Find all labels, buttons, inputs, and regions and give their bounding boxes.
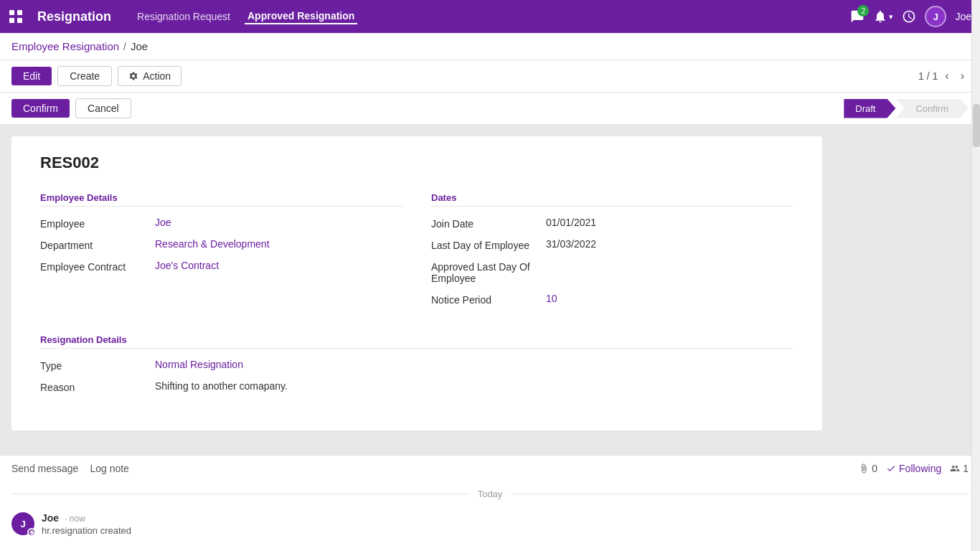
chatter-messages: Today J Joe · now hr.resignation created bbox=[0, 481, 980, 551]
attachments-info: 0 bbox=[859, 463, 877, 474]
reason-field-row: Reason Shifting to another comapany. bbox=[40, 380, 793, 393]
dates-section: Dates Join Date 01/01/2021 Last Day of E… bbox=[431, 192, 793, 314]
avatar-badge bbox=[27, 528, 36, 537]
main-area: RES002 Employee Details Employee Joe Dep… bbox=[0, 125, 980, 455]
breadcrumb-link[interactable]: Employee Resignation bbox=[11, 40, 119, 52]
edit-button[interactable]: Edit bbox=[11, 67, 52, 85]
type-value[interactable]: Normal Resignation bbox=[155, 359, 243, 370]
reason-label: Reason bbox=[40, 380, 155, 393]
form-card: RES002 Employee Details Employee Joe Dep… bbox=[11, 136, 822, 430]
chat-icon-btn[interactable]: 2 bbox=[850, 9, 864, 24]
following-button[interactable]: Following bbox=[886, 463, 941, 474]
svg-rect-2 bbox=[9, 18, 14, 23]
chatter-divider: Today bbox=[11, 481, 969, 507]
approved-last-day-field-row: Approved Last Day Of Employee bbox=[431, 260, 793, 284]
pipeline-step-draft[interactable]: Draft bbox=[844, 99, 895, 118]
message-header: Joe · now bbox=[42, 512, 969, 524]
employee-field-row: Employee Joe bbox=[40, 217, 402, 230]
reason-value: Shifting to another comapany. bbox=[155, 380, 288, 392]
topbar-icons: 2 ▾ J Joe bbox=[850, 6, 971, 27]
action-button[interactable]: Action bbox=[118, 66, 182, 86]
breadcrumb-separator: / bbox=[123, 41, 126, 52]
user-name[interactable]: Joe bbox=[955, 11, 971, 22]
department-label: Department bbox=[40, 238, 155, 251]
resignation-details-section: Resignation Details Type Normal Resignat… bbox=[40, 334, 793, 393]
breadcrumb-current: Joe bbox=[131, 40, 148, 52]
employee-label: Employee bbox=[40, 217, 155, 230]
svg-rect-0 bbox=[9, 10, 14, 15]
confirm-button[interactable]: Confirm bbox=[11, 99, 70, 118]
message-avatar: J bbox=[11, 512, 34, 535]
chatter-bar: Send message Log note 0 Following 1 bbox=[0, 455, 980, 481]
nav-resignation-request[interactable]: Resignation Request bbox=[134, 9, 233, 24]
topbar: Resignation Resignation Request Approved… bbox=[0, 0, 980, 33]
pagination: 1 / 1 ‹ › bbox=[918, 68, 969, 84]
message-content: Joe · now hr.resignation created bbox=[42, 512, 969, 536]
followers-count: 1 bbox=[963, 463, 969, 474]
message-author: Joe bbox=[42, 512, 59, 524]
department-value[interactable]: Research & Development bbox=[155, 238, 270, 250]
pagination-text: 1 / 1 bbox=[918, 70, 938, 82]
message-time: · now bbox=[65, 514, 85, 524]
type-label: Type bbox=[40, 359, 155, 372]
join-date-label: Join Date bbox=[431, 217, 546, 230]
last-day-label: Last Day of Employee bbox=[431, 238, 546, 251]
breadcrumb: Employee Resignation / Joe bbox=[0, 33, 980, 60]
join-date-field-row: Join Date 01/01/2021 bbox=[431, 217, 793, 230]
status-bar: Confirm Cancel Draft Confirm bbox=[0, 93, 980, 125]
message-body: hr.resignation created bbox=[42, 525, 969, 536]
last-day-value: 31/03/2022 bbox=[546, 238, 596, 250]
pipeline-step-confirm[interactable]: Confirm bbox=[895, 99, 969, 118]
svg-rect-3 bbox=[17, 18, 22, 23]
create-button[interactable]: Create bbox=[57, 66, 112, 86]
notice-period-value: 10 bbox=[546, 293, 557, 304]
form-reference: RES002 bbox=[40, 154, 793, 172]
type-field-row: Type Normal Resignation bbox=[40, 359, 793, 372]
last-day-field-row: Last Day of Employee 31/03/2022 bbox=[431, 238, 793, 251]
log-note-button[interactable]: Log note bbox=[90, 463, 129, 474]
approved-last-day-label: Approved Last Day Of Employee bbox=[431, 260, 546, 284]
status-pipeline: Draft Confirm bbox=[844, 99, 969, 118]
scrollbar-thumb[interactable] bbox=[973, 104, 980, 147]
employee-value[interactable]: Joe bbox=[155, 217, 171, 228]
contract-field-row: Employee Contract Joe's Contract bbox=[40, 260, 402, 273]
followers-info: 1 bbox=[950, 463, 969, 474]
cancel-button[interactable]: Cancel bbox=[75, 98, 131, 118]
grid-icon[interactable] bbox=[9, 9, 23, 24]
user-avatar[interactable]: J bbox=[925, 6, 946, 27]
bell-icon-btn[interactable]: ▾ bbox=[873, 9, 893, 24]
attachments-count: 0 bbox=[872, 463, 877, 474]
scrollbar-track[interactable] bbox=[971, 0, 980, 551]
toolbar: Edit Create Action 1 / 1 ‹ › bbox=[0, 60, 980, 93]
notice-period-label: Notice Period bbox=[431, 293, 546, 306]
chatter-meta: 0 Following 1 bbox=[859, 463, 969, 474]
clock-icon-btn[interactable] bbox=[902, 9, 916, 24]
message-item: J Joe · now hr.resignation created bbox=[11, 507, 969, 542]
department-field-row: Department Research & Development bbox=[40, 238, 402, 251]
contract-value[interactable]: Joe's Contract bbox=[155, 260, 219, 271]
employee-details-section: Employee Details Employee Joe Department… bbox=[40, 192, 402, 314]
chat-badge: 2 bbox=[857, 5, 869, 17]
svg-rect-1 bbox=[17, 10, 22, 15]
resignation-details-title: Resignation Details bbox=[40, 334, 793, 349]
join-date-value: 01/01/2021 bbox=[546, 217, 596, 228]
next-page-button[interactable]: › bbox=[956, 68, 969, 84]
send-message-button[interactable]: Send message bbox=[11, 463, 78, 474]
prev-page-button[interactable]: ‹ bbox=[941, 68, 953, 84]
notice-period-field-row: Notice Period 10 bbox=[431, 293, 793, 306]
employee-details-title: Employee Details bbox=[40, 192, 402, 207]
nav-approved-resignation[interactable]: Approved Resignation bbox=[245, 9, 357, 24]
contract-label: Employee Contract bbox=[40, 260, 155, 273]
app-title: Resignation bbox=[37, 9, 111, 24]
dates-title: Dates bbox=[431, 192, 793, 207]
